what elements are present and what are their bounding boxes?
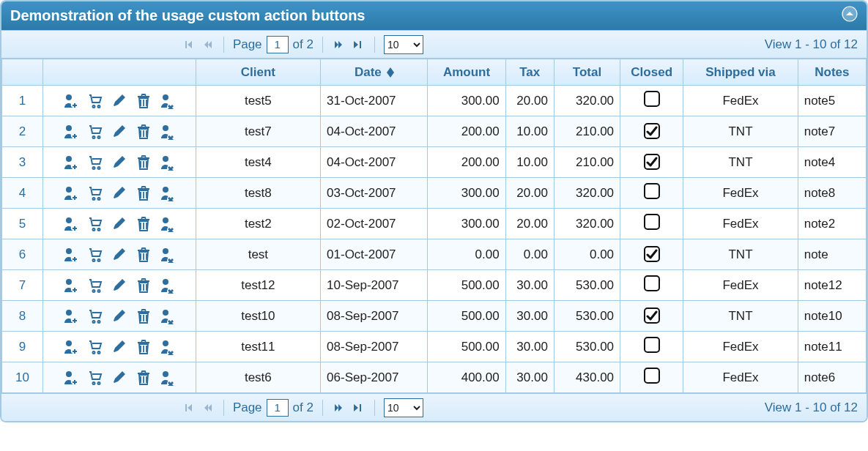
- closed-checkbox[interactable]: [644, 183, 660, 199]
- col-header-closed[interactable]: Closed: [620, 59, 683, 86]
- edit-button[interactable]: [111, 124, 127, 140]
- custom-cart-button[interactable]: [87, 247, 103, 263]
- custom-add-button[interactable]: [63, 339, 79, 355]
- custom-add-button[interactable]: [63, 154, 79, 171]
- delete-button[interactable]: [136, 124, 152, 140]
- closed-checkbox[interactable]: [644, 214, 660, 230]
- custom-remove-button[interactable]: [160, 154, 176, 171]
- table-row[interactable]: 10 test6 06-Sep-2007 400.00 30.00 430.00…: [2, 362, 867, 393]
- table-row[interactable]: 3 test4 04-Oct-2007 200.00 10.00 210.00 …: [2, 147, 867, 178]
- collapse-button[interactable]: [842, 6, 858, 26]
- custom-cart-button[interactable]: [87, 370, 103, 386]
- custom-remove-button[interactable]: [160, 370, 176, 386]
- custom-add-button[interactable]: [63, 93, 79, 109]
- edit-button[interactable]: [111, 277, 127, 294]
- table-row[interactable]: 1 test5 31-Oct-2007 300.00 20.00 320.00 …: [2, 86, 867, 116]
- delete-button[interactable]: [136, 154, 152, 171]
- table-row[interactable]: 5 test2 02-Oct-2007 300.00 20.00 320.00 …: [2, 209, 867, 239]
- custom-remove-button[interactable]: [160, 124, 176, 140]
- col-header-amount[interactable]: Amount: [428, 59, 505, 86]
- col-header-shipped[interactable]: Shipped via: [683, 59, 798, 86]
- table-row[interactable]: 8 test10 08-Sep-2007 500.00 30.00 530.00…: [2, 301, 867, 332]
- custom-add-button[interactable]: [63, 308, 79, 324]
- page-input[interactable]: [267, 36, 289, 53]
- custom-remove-button[interactable]: [160, 277, 176, 294]
- next-page-button[interactable]: [332, 37, 346, 52]
- pencil-icon: [111, 339, 127, 355]
- custom-remove-button[interactable]: [160, 308, 176, 324]
- custom-cart-button[interactable]: [87, 277, 103, 294]
- custom-remove-button[interactable]: [160, 247, 176, 263]
- col-header-actions[interactable]: [43, 59, 196, 86]
- table-row[interactable]: 2 test7 04-Oct-2007 200.00 10.00 210.00 …: [2, 116, 867, 147]
- custom-add-button[interactable]: [63, 216, 79, 232]
- sort-desc-icon: [387, 72, 394, 78]
- col-header-total[interactable]: Total: [554, 59, 620, 86]
- prev-page-button[interactable]: [200, 400, 215, 415]
- custom-add-button[interactable]: [63, 124, 79, 140]
- custom-remove-button[interactable]: [160, 93, 176, 109]
- custom-cart-button[interactable]: [87, 216, 103, 232]
- closed-checkbox[interactable]: [644, 368, 660, 384]
- edit-button[interactable]: [111, 370, 127, 386]
- custom-remove-button[interactable]: [160, 339, 176, 355]
- custom-cart-button[interactable]: [87, 154, 103, 171]
- last-page-button[interactable]: [351, 37, 366, 52]
- custom-cart-button[interactable]: [87, 93, 103, 109]
- row-actions: [43, 209, 196, 239]
- table-row[interactable]: 4 test8 03-Oct-2007 300.00 20.00 320.00 …: [2, 178, 867, 209]
- delete-button[interactable]: [136, 216, 152, 232]
- closed-checkbox[interactable]: [644, 275, 660, 291]
- col-header-client[interactable]: Client: [196, 59, 320, 86]
- closed-checkbox[interactable]: [644, 246, 660, 262]
- custom-cart-button[interactable]: [87, 185, 103, 201]
- delete-button[interactable]: [136, 370, 152, 386]
- custom-remove-button[interactable]: [160, 216, 176, 232]
- edit-button[interactable]: [111, 247, 127, 263]
- table-row[interactable]: 7 test12 10-Sep-2007 500.00 30.00 530.00…: [2, 270, 867, 301]
- custom-cart-button[interactable]: [87, 308, 103, 324]
- page-input[interactable]: [267, 399, 289, 417]
- custom-add-button[interactable]: [63, 247, 79, 263]
- delete-button[interactable]: [136, 277, 152, 294]
- row-actions: [43, 301, 196, 332]
- table-row[interactable]: 9 test11 08-Sep-2007 500.00 30.00 530.00…: [2, 332, 867, 362]
- delete-button[interactable]: [136, 308, 152, 324]
- first-page-button[interactable]: [181, 400, 196, 415]
- table-row[interactable]: 6 test 01-Oct-2007 0.00 0.00 0.00 TNT no…: [2, 239, 867, 270]
- edit-button[interactable]: [111, 308, 127, 324]
- edit-button[interactable]: [111, 216, 127, 232]
- delete-button[interactable]: [136, 185, 152, 201]
- closed-checkbox[interactable]: [644, 337, 660, 353]
- prev-page-button[interactable]: [200, 37, 215, 52]
- col-header-notes[interactable]: Notes: [798, 59, 866, 86]
- closed-checkbox[interactable]: [644, 154, 660, 170]
- closed-checkbox[interactable]: [644, 91, 660, 107]
- edit-button[interactable]: [111, 185, 127, 201]
- custom-cart-button[interactable]: [87, 124, 103, 140]
- delete-button[interactable]: [136, 93, 152, 109]
- last-page-icon: [353, 40, 363, 50]
- col-header-rownum[interactable]: [2, 59, 43, 86]
- delete-button[interactable]: [136, 339, 152, 355]
- last-page-button[interactable]: [351, 400, 366, 415]
- custom-add-button[interactable]: [63, 370, 79, 386]
- col-header-tax[interactable]: Tax: [505, 59, 554, 86]
- custom-remove-button[interactable]: [160, 185, 176, 201]
- next-page-button[interactable]: [332, 400, 346, 415]
- col-header-date[interactable]: Date: [321, 59, 428, 86]
- closed-checkbox[interactable]: [644, 308, 660, 324]
- custom-cart-button[interactable]: [87, 339, 103, 355]
- custom-add-button[interactable]: [63, 185, 79, 201]
- delete-button[interactable]: [136, 247, 152, 263]
- view-info: View 1 - 10 of 12: [765, 37, 858, 52]
- page-size-select[interactable]: 10: [384, 398, 423, 417]
- first-page-button[interactable]: [181, 37, 196, 52]
- pencil-icon: [111, 124, 127, 140]
- closed-checkbox[interactable]: [644, 123, 660, 139]
- custom-add-button[interactable]: [63, 277, 79, 294]
- edit-button[interactable]: [111, 93, 127, 109]
- edit-button[interactable]: [111, 339, 127, 355]
- edit-button[interactable]: [111, 154, 127, 171]
- page-size-select[interactable]: 10: [384, 35, 423, 54]
